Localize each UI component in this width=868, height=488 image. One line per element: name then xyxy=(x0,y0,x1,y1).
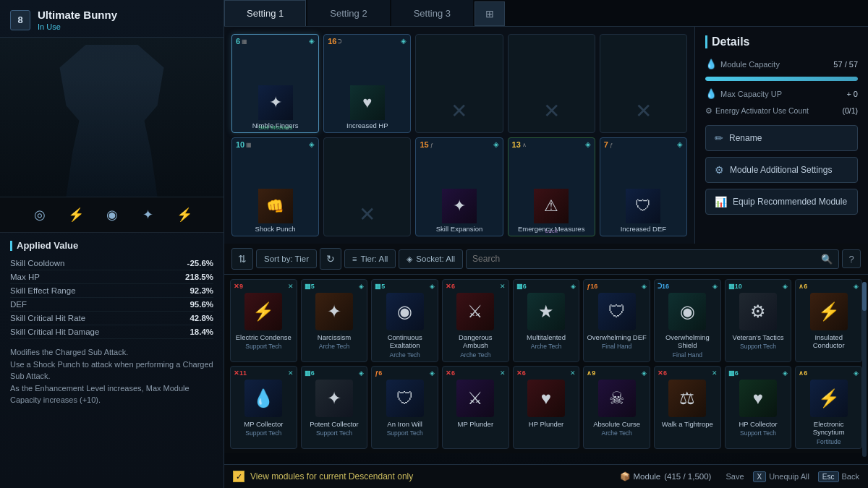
mod-type-1: Arche Tech xyxy=(319,343,349,350)
mod-card-potent-collector[interactable]: ▦6 ◈ ✦ Potent Collector Support Tech xyxy=(301,366,368,449)
rename-label: Rename xyxy=(729,133,762,143)
mod-name-r2-5: Absolute Curse xyxy=(593,420,640,428)
equipped-slot-shock-punch[interactable]: 10 ▦ ◈ 👊 Shock Punch xyxy=(231,137,319,236)
equip-recommended-button[interactable]: 📊 Equip Recommended Module xyxy=(705,189,858,215)
scrollbar-track[interactable] xyxy=(862,282,867,457)
refresh-button[interactable]: ↻ xyxy=(320,248,341,270)
tier-filter-button[interactable]: ≡ Tier: All xyxy=(344,249,396,268)
max-capacity-value: + 0 xyxy=(846,90,858,98)
equipped-slot-increased-def[interactable]: 7 ƒ ◈ 🛡 Increased DEF xyxy=(600,137,687,236)
mod-icon-2: ◉ xyxy=(386,293,424,330)
module-capacity-label: 💧 Module Capacity xyxy=(705,59,780,69)
mod-card-top-0: ✕9 ✕ xyxy=(234,283,294,290)
module-name-1: Increased HP xyxy=(346,121,388,129)
in-use-badge: In Use xyxy=(38,22,117,31)
sort-by-tier-button[interactable]: Sort by: Tier xyxy=(256,249,317,268)
view-checkbox[interactable]: ✓ xyxy=(233,471,244,482)
mod-card-electronic-syncytium[interactable]: ∧6 ◈ ⚡ Electronic Syncytium Fortitude xyxy=(795,366,862,449)
module-count-icon: 📦 xyxy=(620,471,630,481)
tab-setting-2[interactable]: Setting 2 xyxy=(307,0,389,26)
mod-card-continuous-exaltation[interactable]: ▦5 ◈ ◉ Continuous Exaltation Arche Tech xyxy=(371,279,438,362)
char-icon-1[interactable]: ⚡ xyxy=(64,203,88,226)
socket-filter-button[interactable]: ◈ Socket: All xyxy=(399,249,463,269)
equipped-slot-empty-4[interactable]: ✕ xyxy=(600,34,687,133)
mod-card-electric-condense[interactable]: ✕9 ✕ ⚡ Electric Condense Support Tech xyxy=(230,279,297,362)
module-icon-empty-3: ✕ xyxy=(534,93,569,128)
mod-card-iron-will[interactable]: ƒ6 ◈ 🛡 An Iron Will Support Tech xyxy=(371,366,438,449)
mod-card-mp-plunder[interactable]: ✕6 ✕ ⚔ MP Plunder xyxy=(442,366,509,449)
char-icon-3[interactable]: ✦ xyxy=(137,203,160,226)
char-icon-0[interactable]: ◎ xyxy=(28,203,51,226)
mod-type-r2-8: Fortitude xyxy=(817,438,841,445)
modules-grid-row2: ✕11 ✕ 💧 MP Collector Support Tech ▦6 ◈ ✦ xyxy=(230,366,862,449)
rename-button[interactable]: ✏ Rename xyxy=(705,125,858,151)
character-image-area xyxy=(0,38,224,197)
mod-icon-r2-6: ⚖ xyxy=(668,380,706,417)
equipped-slot-nimble-fingers[interactable]: 6 ▦ ◈ ✦ Nimble Fingers Skill Modules xyxy=(231,34,319,133)
view-checkbox-area[interactable]: ✓ View modules for current Descendant on… xyxy=(233,471,413,482)
mod-card-multitalented[interactable]: ▦6 ◈ ★ Multitalented Arche Tech xyxy=(513,279,580,362)
back-key-btn[interactable]: Esc Back xyxy=(818,471,859,482)
stat-skill-cooldown: Skill Cooldown -25.6% xyxy=(10,257,213,270)
char-icon-2[interactable]: ◉ xyxy=(101,203,124,226)
stat-crit-dmg: Skill Critical Hit Damage 18.4% xyxy=(10,325,213,339)
module-icon-9: 🛡 xyxy=(626,189,660,223)
tab-setting-1[interactable]: Setting 1 xyxy=(224,0,306,26)
mod-card-hp-plunder[interactable]: ✕6 ✕ ♥ HP Plunder xyxy=(513,366,580,449)
equipped-slot-emergency-measures[interactable]: 13 ∧ ◈ ⚠ Emergency Measures Luck xyxy=(508,137,595,236)
max-capacity-label: 💧 Max Capacity UP xyxy=(705,88,782,99)
tab-extra-icon[interactable]: ⊞ xyxy=(475,1,505,26)
tab-setting-3[interactable]: Setting 3 xyxy=(391,0,473,26)
help-button[interactable]: ? xyxy=(842,249,861,268)
equipped-slot-empty-2[interactable]: ✕ xyxy=(415,34,503,133)
mod-card-top-8: ∧6 ◈ xyxy=(799,283,859,290)
mod-card-top-1: ▦5 ◈ xyxy=(305,283,365,290)
module-icon-0: ✦ xyxy=(258,85,293,120)
mod-card-absolute-curse[interactable]: ∧9 ◈ ☠ Absolute Curse Arche Tech xyxy=(583,366,650,449)
stat-value-4: 42.8% xyxy=(190,314,213,322)
char-icon-4[interactable]: ⚡ xyxy=(173,203,196,226)
module-icon-empty-6: ✕ xyxy=(350,197,385,231)
equipped-slot-empty-6[interactable]: ✕ xyxy=(323,137,411,236)
equipped-slot-skill-expansion[interactable]: 15 ƒ ◈ ✦ Skill Expansion xyxy=(415,137,503,236)
equipped-slot-empty-3[interactable]: ✕ xyxy=(508,34,595,133)
mod-card-hp-collector[interactable]: ▦6 ◈ ♥ HP Collector Support Tech xyxy=(725,366,792,449)
module-count-value: (415 / 1,500) xyxy=(664,472,711,481)
mod-icon-4: ★ xyxy=(527,293,565,330)
mod-card-narcissism[interactable]: ▦5 ◈ ✦ Narcissism Arche Tech xyxy=(301,279,368,362)
additional-settings-button[interactable]: ⚙ Module Additional Settings xyxy=(705,157,858,183)
mod-card-dangerous-ambush[interactable]: ✕6 ✕ ⚔ Dangerous Ambush Arche Tech xyxy=(442,279,509,362)
search-input[interactable] xyxy=(472,254,817,264)
mod-card-veterans-tactics[interactable]: ▦10 ◈ ⚙ Veteran's Tactics Support Tech xyxy=(725,279,792,362)
mod-card-top-r2-1: ▦6 ◈ xyxy=(305,369,365,377)
module-icon-1: ♥ xyxy=(350,85,385,120)
equipped-slot-increased-hp[interactable]: 16 Ↄ ◈ ♥ Increased HP xyxy=(323,34,411,133)
mod-card-overwhelming-shield[interactable]: Ↄ16 ◈ ◉ Overwhelming Shield Final Hand xyxy=(654,279,721,362)
mod-socket-1: ◈ xyxy=(359,283,364,290)
mod-tier-3: ✕6 xyxy=(446,283,455,290)
socket-filter-icon: ◈ xyxy=(407,254,412,264)
sort-order-button[interactable]: ⇅ xyxy=(231,248,253,270)
max-capacity-icon: 💧 xyxy=(705,88,717,99)
capacity-bar xyxy=(705,77,858,81)
mod-tier-r2-8: ∧6 xyxy=(799,369,807,377)
filter-bar: ⇅ Sort by: Tier ↻ ≡ Tier: All ◈ Socket: … xyxy=(224,244,868,275)
mod-card-mp-collector[interactable]: ✕11 ✕ 💧 MP Collector Support Tech xyxy=(230,366,297,449)
module-icon-5: 👊 xyxy=(258,189,293,223)
capacity-badge-8: 13 ∧ xyxy=(512,140,527,149)
socket-icon-8: ◈ xyxy=(585,140,591,148)
unequip-all-key-btn[interactable]: X Unequip All xyxy=(753,471,809,482)
scrollbar-thumb[interactable] xyxy=(862,282,867,311)
key-x: X xyxy=(753,471,767,482)
mod-card-insulated-conductor[interactable]: ∧6 ◈ ⚡ Insulated Conductor xyxy=(795,279,862,362)
equip-recommended-label: Equip Recommended Module xyxy=(733,197,847,207)
stat-name-3: DEF xyxy=(10,300,27,309)
details-title: Details xyxy=(705,35,858,48)
mod-tier-r2-5: ∧9 xyxy=(587,369,595,377)
mod-card-overwhelming-def[interactable]: ƒ16 ◈ 🛡 Overwhelming DEF Final Hand xyxy=(583,279,650,362)
stat-value-3: 95.6% xyxy=(190,300,213,309)
max-capacity-row: 💧 Max Capacity UP + 0 xyxy=(705,88,858,99)
details-panel: Details 💧 Module Capacity 57 / 57 💧 xyxy=(694,27,868,244)
mod-card-top-r2-5: ∧9 ◈ xyxy=(587,369,647,377)
mod-card-walk-tightrope[interactable]: ✕6 ✕ ⚖ Walk a Tightrope xyxy=(654,366,721,449)
